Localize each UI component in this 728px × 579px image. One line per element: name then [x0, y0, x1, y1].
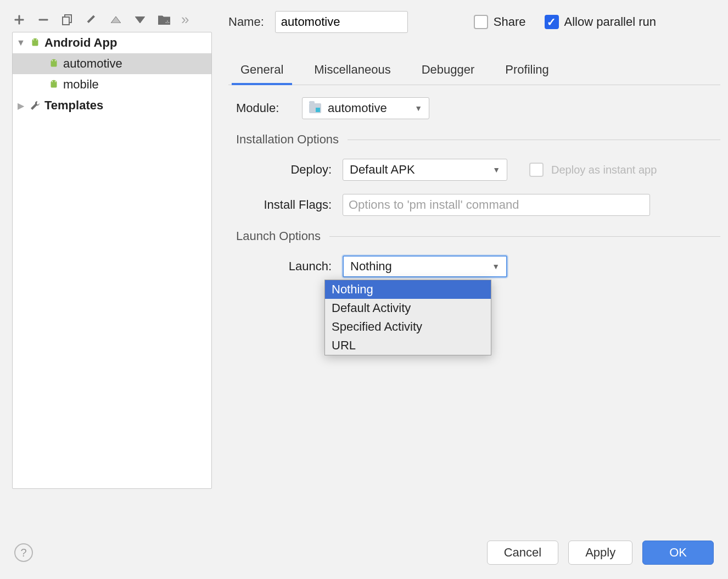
launch-dropdown: Nothing Default Activity Specified Activ… — [324, 280, 491, 355]
remove-button[interactable] — [36, 13, 51, 27]
parallel-label: Allow parallel run — [564, 15, 657, 29]
tree-node-android-app[interactable]: ▼ Android App — [13, 32, 211, 53]
android-icon — [29, 37, 41, 49]
install-flags-input[interactable] — [343, 194, 650, 216]
deploy-select[interactable]: Default APK ▼ — [343, 159, 507, 181]
module-label: Module: — [236, 101, 291, 115]
checkbox-icon — [529, 163, 544, 177]
move-up-button[interactable] — [109, 13, 123, 27]
tree-node-label: Android App — [44, 36, 117, 50]
tree-node-automotive[interactable]: automotive — [13, 53, 211, 74]
module-value: automotive — [328, 101, 387, 115]
svg-point-6 — [52, 81, 53, 82]
checkbox-icon — [474, 15, 488, 29]
parallel-checkbox-row[interactable]: Allow parallel run — [545, 15, 657, 29]
copy-button[interactable] — [60, 13, 75, 27]
config-tree: ▼ Android App automotive mobile ▶ Templa… — [12, 32, 212, 489]
wrench-icon — [29, 99, 41, 112]
tree-node-mobile[interactable]: mobile — [13, 74, 211, 95]
cancel-button[interactable]: Cancel — [487, 541, 558, 565]
svg-point-5 — [55, 60, 56, 62]
launch-label: Launch: — [255, 259, 332, 274]
move-down-button[interactable] — [133, 13, 147, 27]
module-folder-icon — [309, 103, 321, 113]
apply-button[interactable]: Apply — [568, 541, 632, 565]
launch-option-nothing[interactable]: Nothing — [325, 280, 491, 299]
instant-app-checkbox: Deploy as instant app — [529, 163, 657, 177]
dialog-footer: ? Cancel Apply OK — [0, 526, 728, 579]
svg-point-7 — [55, 81, 56, 82]
svg-point-3 — [36, 40, 37, 41]
overflow-button[interactable]: » — [181, 11, 188, 28]
svg-point-2 — [33, 40, 34, 41]
instant-label: Deploy as instant app — [551, 164, 657, 176]
save-folder-button[interactable] — [157, 13, 171, 27]
tree-node-label: Templates — [44, 98, 103, 113]
svg-point-4 — [52, 60, 53, 62]
launch-option-url[interactable]: URL — [325, 336, 491, 355]
android-icon — [48, 58, 60, 70]
launch-option-specified-activity[interactable]: Specified Activity — [325, 318, 491, 336]
tree-node-templates[interactable]: ▶ Templates — [13, 95, 211, 116]
android-icon — [48, 79, 60, 91]
tab-debugger[interactable]: Debugger — [419, 58, 477, 85]
edit-settings-button[interactable] — [85, 13, 99, 27]
expander-icon: ▶ — [16, 101, 26, 111]
module-select[interactable]: automotive ▼ — [302, 97, 429, 119]
chevron-down-icon: ▼ — [415, 104, 422, 113]
details-pane: Name: Share Allow parallel run General M… — [228, 11, 720, 291]
launch-select[interactable]: Nothing ▼ — [343, 255, 507, 277]
deploy-value: Default APK — [350, 163, 415, 177]
ok-button[interactable]: OK — [642, 541, 714, 565]
tab-miscellaneous[interactable]: Miscellaneous — [312, 58, 393, 85]
help-button[interactable]: ? — [14, 543, 33, 562]
name-label: Name: — [228, 15, 264, 29]
launch-value: Nothing — [350, 259, 392, 274]
checkbox-icon — [545, 15, 559, 29]
launch-option-default-activity[interactable]: Default Activity — [325, 299, 491, 318]
tab-bar: General Miscellaneous Debugger Profiling — [228, 58, 720, 85]
tree-node-label: automotive — [63, 57, 122, 71]
chevron-down-icon: ▼ — [492, 262, 500, 271]
tab-general[interactable]: General — [238, 58, 285, 85]
installation-section-header: Installation Options — [236, 132, 720, 147]
svg-rect-1 — [63, 17, 69, 25]
share-checkbox-row[interactable]: Share — [474, 15, 526, 29]
tab-profiling[interactable]: Profiling — [503, 58, 551, 85]
expander-icon: ▼ — [16, 38, 26, 48]
name-input[interactable] — [275, 11, 408, 33]
launch-section-header: Launch Options — [236, 229, 720, 243]
share-label: Share — [494, 15, 526, 29]
tree-node-label: mobile — [63, 77, 99, 92]
tree-toolbar: » — [12, 11, 188, 28]
install-flags-label: Install Flags: — [255, 198, 332, 212]
chevron-down-icon: ▼ — [492, 165, 500, 174]
add-button[interactable] — [12, 13, 26, 27]
deploy-label: Deploy: — [255, 163, 332, 177]
